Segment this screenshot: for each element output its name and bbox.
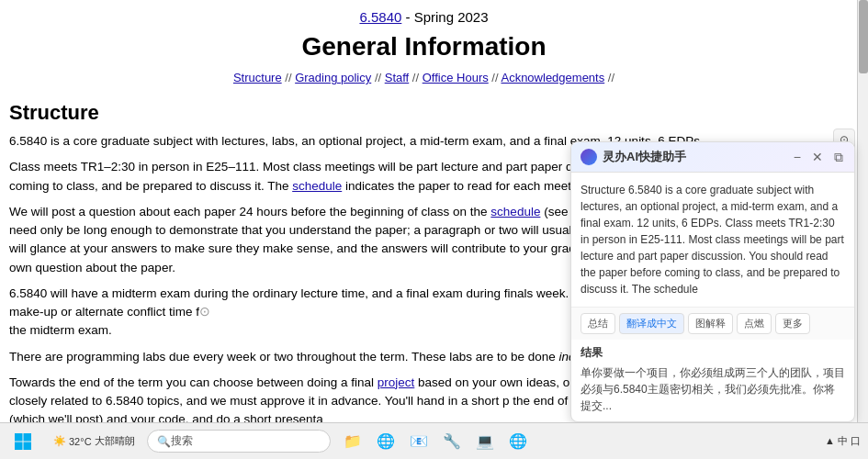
nav-link-structure[interactable]: Structure [233,71,282,84]
taskbar-weather: ☀️ 32°C 大部晴朗 [46,434,142,448]
nav-link-office-hours[interactable]: Office Hours [423,71,489,84]
course-title-line: 6.5840 - Spring 2023 [9,9,839,25]
ai-panel-minimize-button[interactable]: − [792,150,803,165]
ai-logo-icon [581,149,597,165]
ai-assistant-panel: 灵办AI快捷助手 − ✕ ⧉ Structure 6.5840 is a cor… [570,141,855,422]
taskbar-sys-icons: ▲ 中 口 [825,434,861,448]
section-title-structure: Structure [9,101,839,125]
scrollbar-thumb[interactable] [859,0,868,73]
taskbar-app-icons: 📁 🌐 📧 🔧 💻 🌐 [340,429,531,454]
taskbar-app-2[interactable]: 🌐 [373,429,399,454]
taskbar-app-edge[interactable]: 🌐 [505,429,531,454]
course-subtitle: - Spring 2023 [406,9,489,25]
ai-panel-close-button[interactable]: ✕ [810,150,825,165]
nav-link-staff[interactable]: Staff [385,71,410,84]
nav-link-acknowledgements[interactable]: Acknowledgements [501,71,604,84]
weather-temp: 32°C [69,436,92,447]
weather-desc: 大部晴朗 [95,434,135,448]
ai-result-title: 结果 [581,345,845,361]
link-schedule-1[interactable]: schedule [292,179,342,193]
taskbar-app-3[interactable]: 📧 [406,429,432,454]
weather-icon: ☀️ [53,435,66,447]
ai-panel-header: 灵办AI快捷助手 − ✕ ⧉ [571,142,854,173]
ai-panel-controls: − ✕ ⧉ [792,150,845,165]
taskbar: ☀️ 32°C 大部晴朗 🔍 搜索 📁 🌐 📧 🔧 💻 🌐 ▲ 中 口 [0,422,868,459]
scrollbar[interactable] [857,0,868,459]
nav-links: Structure // Grading policy // Staff // … [9,71,839,84]
ai-action-summarize[interactable]: 总结 [581,313,615,334]
taskbar-app-1[interactable]: 📁 [340,429,366,454]
taskbar-app-5[interactable]: 💻 [472,429,498,454]
ai-panel-expand-button[interactable]: ⧉ [832,150,845,165]
link-project[interactable]: project [378,375,415,389]
nav-link-grading[interactable]: Grading policy [295,71,371,84]
svg-rect-1 [24,433,32,442]
ai-action-explain[interactable]: 图解释 [688,313,733,334]
ai-action-translate[interactable]: 翻译成中文 [619,313,684,334]
windows-logo-icon [14,432,32,451]
start-button[interactable] [0,423,46,460]
link-schedule-2[interactable]: schedule [490,205,540,218]
taskbar-right: ▲ 中 口 [825,434,868,448]
ai-panel-title-text: 灵办AI快捷助手 [603,149,686,165]
ai-panel-actions: 总结 翻译成中文 图解释 点燃 更多 [571,307,854,340]
svg-rect-2 [15,442,23,450]
ai-action-ignite[interactable]: 点燃 [737,313,772,334]
ai-panel-content-text: Structure 6.5840 is a core graduate subj… [581,184,844,296]
svg-rect-0 [15,433,23,442]
taskbar-search-bar[interactable]: 🔍 搜索 [147,430,331,453]
search-icon: 🔍 [157,435,171,448]
search-label: 搜索 [171,433,193,449]
svg-rect-3 [24,442,32,450]
ai-result-text: 单你要做一个项目，你必须组成两三个人的团队，项目必须与6.5840主题密切相关，… [581,364,845,414]
ai-panel-content: Structure 6.5840 is a core graduate subj… [571,173,854,307]
page-title: General Information [9,32,839,62]
ai-result-section: 结果 单你要做一个项目，你必须组成两三个人的团队，项目必须与6.5840主题密切… [571,340,854,421]
course-link[interactable]: 6.5840 [359,9,401,25]
taskbar-app-4[interactable]: 🔧 [439,429,465,454]
ai-panel-title: 灵办AI快捷助手 [581,149,686,165]
ai-action-more[interactable]: 更多 [775,313,810,334]
